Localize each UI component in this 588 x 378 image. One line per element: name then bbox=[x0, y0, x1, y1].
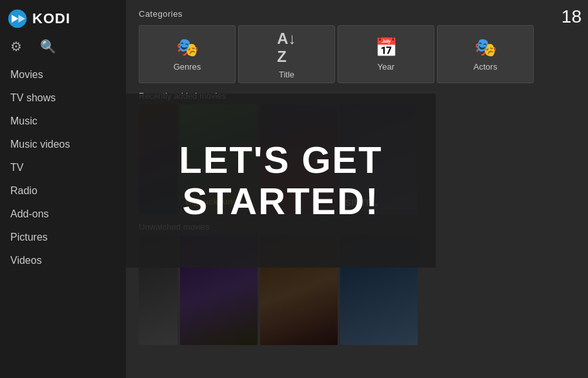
categories-title: Categories bbox=[139, 9, 575, 19]
sidebar-item-pictures[interactable]: Pictures bbox=[0, 226, 126, 249]
modal-overlay: LET'S GET STARTED! bbox=[126, 94, 436, 268]
sidebar-item-tv[interactable]: TV bbox=[0, 156, 126, 179]
sidebar-item-tv-shows[interactable]: TV shows bbox=[0, 86, 126, 110]
modal-line2: STARTED! bbox=[183, 180, 380, 222]
sidebar: KODI ⚙ 🔍 Movies TV shows Music Music vid… bbox=[0, 0, 126, 378]
sidebar-item-music-videos[interactable]: Music videos bbox=[0, 133, 126, 156]
title-label: Title bbox=[279, 70, 294, 79]
actors-icon: 🎭 bbox=[474, 37, 497, 58]
genres-label: Genres bbox=[174, 62, 201, 72]
year-icon: 📅 bbox=[375, 37, 398, 58]
actors-label: Actors bbox=[474, 62, 498, 72]
category-actors[interactable]: 🎭 Actors bbox=[437, 25, 534, 83]
settings-icon[interactable]: ⚙ bbox=[10, 39, 22, 54]
sidebar-item-radio[interactable]: Radio bbox=[0, 179, 126, 203]
category-title[interactable]: A↓Z Title bbox=[238, 25, 335, 83]
year-label: Year bbox=[378, 62, 394, 72]
categories-section: Categories 🎭 Genres A↓Z Title 📅 Year 🎭 A… bbox=[126, 0, 588, 88]
modal-text: LET'S GET STARTED! bbox=[179, 139, 382, 222]
sidebar-icon-row: ⚙ 🔍 bbox=[0, 35, 126, 61]
sidebar-item-videos[interactable]: Videos bbox=[0, 249, 126, 272]
sidebar-item-add-ons[interactable]: Add-ons bbox=[0, 203, 126, 226]
genres-icon: 🎭 bbox=[176, 37, 199, 58]
sidebar-item-movies[interactable]: Movies bbox=[0, 63, 126, 86]
category-genres[interactable]: 🎭 Genres bbox=[139, 25, 236, 83]
sidebar-nav: Movies TV shows Music Music videos TV Ra… bbox=[0, 61, 126, 378]
logo-area: KODI bbox=[0, 0, 126, 35]
search-icon[interactable]: 🔍 bbox=[40, 39, 56, 54]
title-icon: A↓Z bbox=[277, 30, 296, 66]
category-items: 🎭 Genres A↓Z Title 📅 Year 🎭 Actors bbox=[139, 25, 575, 83]
clock-display: 18 bbox=[562, 6, 582, 27]
sidebar-item-music[interactable]: Music bbox=[0, 110, 126, 133]
kodi-logo-icon bbox=[8, 9, 27, 28]
category-year[interactable]: 📅 Year bbox=[338, 25, 434, 83]
kodi-title: KODI bbox=[32, 10, 70, 27]
modal-line1: LET'S GET bbox=[179, 139, 382, 181]
